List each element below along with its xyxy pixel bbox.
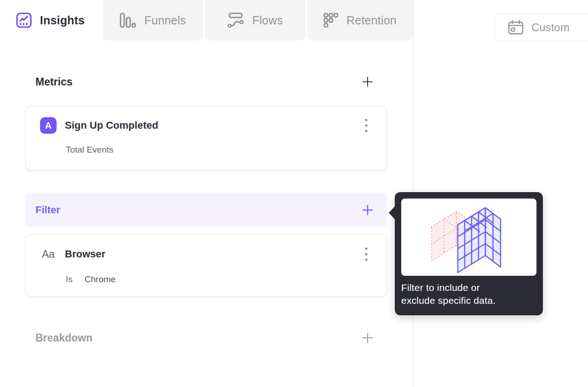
flows-stream-icon	[227, 12, 244, 28]
funnel-bars-icon	[120, 12, 136, 28]
filter-operator[interactable]: Is	[66, 274, 73, 285]
insights-query-builder: Insights Funnels Flows	[0, 0, 588, 387]
tab-funnels-label: Funnels	[144, 14, 186, 27]
breakdown-section-header: Breakdown	[25, 326, 387, 349]
tooltip-text-line2: exclude specific data.	[401, 294, 536, 307]
metric-card[interactable]: A Sign Up Completed Total Events	[25, 106, 387, 171]
metric-kebab-menu-icon[interactable]	[360, 117, 373, 134]
filter-help-tooltip: Filter to include or exclude specific da…	[395, 192, 543, 315]
calendar-icon	[507, 20, 524, 35]
filter-kebab-menu-icon[interactable]	[360, 246, 373, 262]
filter-condition: Is Chrome	[66, 274, 115, 285]
metrics-section-title: Metrics	[35, 76, 73, 88]
date-range-label: Custom	[531, 21, 570, 34]
tab-flows-label: Flows	[252, 14, 282, 27]
add-breakdown-button[interactable]	[362, 332, 373, 343]
insights-chart-icon	[16, 12, 32, 28]
metrics-section-header: Metrics	[25, 70, 387, 93]
tab-insights-label: Insights	[40, 14, 85, 27]
date-range-button[interactable]: Custom	[495, 14, 588, 41]
tooltip-text: Filter to include or exclude specific da…	[401, 281, 536, 307]
metric-card-header: A Sign Up Completed	[40, 117, 373, 134]
breakdown-section-title: Breakdown	[35, 332, 92, 344]
filter-cube-illustration	[401, 199, 536, 276]
filter-card-header: Aa Browser	[40, 246, 373, 262]
filter-property-name: Browser	[65, 248, 105, 260]
tooltip-text-line1: Filter to include or	[401, 281, 536, 294]
tooltip-arrow	[389, 206, 395, 220]
metric-letter-badge: A	[40, 117, 57, 134]
tab-flows[interactable]: Flows	[205, 0, 306, 40]
add-metric-button[interactable]	[362, 76, 373, 87]
string-property-icon: Aa	[40, 248, 57, 261]
tab-retention[interactable]: Retention	[307, 0, 413, 40]
tab-funnels[interactable]: Funnels	[103, 0, 203, 40]
filter-value[interactable]: Chrome	[85, 274, 116, 285]
add-filter-button[interactable]	[362, 205, 373, 216]
filter-property-card[interactable]: Aa Browser Is Chrome	[25, 234, 387, 297]
retention-dots-icon	[323, 13, 338, 28]
tab-retention-label: Retention	[346, 14, 397, 27]
metric-event-name: Sign Up Completed	[65, 120, 158, 131]
metric-aggregation[interactable]: Total Events	[66, 145, 114, 155]
filter-section-title: Filter	[35, 204, 60, 216]
tab-insights[interactable]: Insights	[0, 0, 101, 40]
filter-section-header[interactable]: Filter	[25, 193, 387, 227]
